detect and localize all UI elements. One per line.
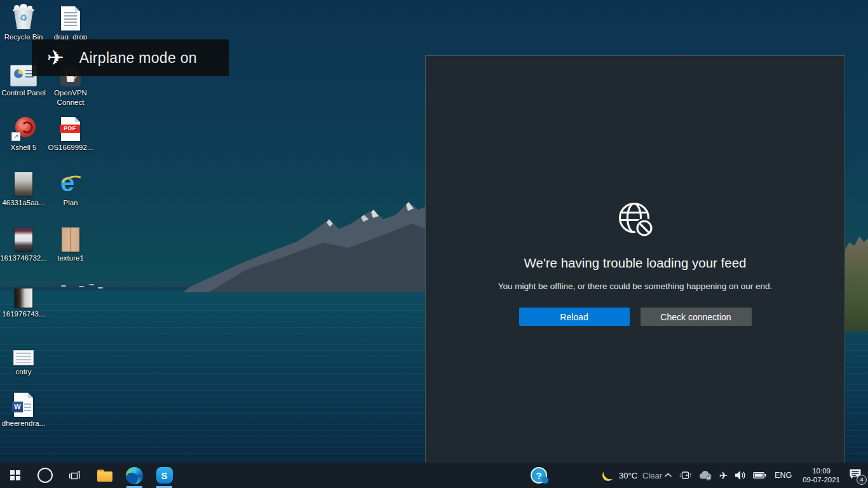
start-button[interactable]	[0, 463, 30, 488]
desktop-icon-drag-drop[interactable]: drag_drop	[47, 3, 94, 42]
language-indicator[interactable]: ENG	[773, 471, 794, 480]
battery-icon	[753, 471, 766, 479]
airplane-icon: ✈	[719, 470, 728, 482]
action-center-button[interactable]: 4	[849, 468, 864, 482]
notification-count-badge: 4	[857, 475, 867, 485]
news-feed-panel: We're having trouble loading your feed Y…	[425, 55, 845, 488]
task-view-button[interactable]	[60, 463, 90, 488]
file-explorer-button[interactable]	[90, 463, 119, 488]
clock-time: 10:09	[803, 466, 840, 475]
wallpaper-right-hillside	[845, 236, 868, 332]
weather-condition: Clear	[642, 471, 662, 480]
desktop-icon-label: Xshell 5	[0, 143, 47, 152]
desktop-icon-label: cntry	[0, 367, 47, 377]
desktop-icon-xshell[interactable]: ↗ Xshell 5	[0, 113, 47, 152]
desktop-icon-image-161976743[interactable]: 161976743...	[0, 280, 47, 319]
edge-button[interactable]	[119, 463, 149, 488]
reload-button[interactable]: Reload	[519, 308, 630, 326]
windows-logo-icon	[10, 470, 20, 480]
airplane-mode-tray-button[interactable]: ✈	[719, 470, 728, 482]
spreadsheet-icon	[13, 350, 34, 365]
taskbar: S ? 30°C Clear	[0, 463, 868, 488]
cortana-circle-icon	[37, 468, 53, 483]
folder-icon	[97, 470, 112, 482]
desktop: ♻ Recycle Bin drag_drop Control Panel Op…	[0, 0, 868, 488]
weather-widget[interactable]: 30°C Clear	[602, 463, 662, 488]
desktop-icon-pdf-file[interactable]: PDF OS1669992...	[47, 113, 94, 152]
airplane-icon: ✈	[47, 46, 64, 70]
wallpaper-wave-marks	[61, 285, 66, 287]
desktop-icon-image-46331a5aa[interactable]: 46331a5aa...	[0, 168, 47, 208]
clock-date: 09-07-2021	[803, 475, 840, 484]
task-view-icon	[69, 471, 81, 480]
chevron-up-icon	[664, 473, 672, 478]
system-tray: ✈ ENG 10:09 09-07-2021	[664, 463, 864, 488]
internet-explorer-icon: e	[58, 171, 83, 196]
desktop-icon-texture1[interactable]: texture1	[47, 224, 94, 263]
recycle-bin-icon: ♻	[11, 4, 36, 30]
wallpaper-mountains	[170, 198, 426, 295]
xshell-icon: ↗	[11, 117, 36, 141]
word-file-icon: W	[14, 393, 33, 417]
screen-rotation-icon	[679, 470, 692, 480]
airplane-mode-banner: ✈ Airplane mode on	[32, 39, 229, 76]
image-thumbnail-icon	[15, 227, 32, 252]
desktop-icon-label: Control Panel	[0, 88, 47, 98]
feed-error-title: We're having trouble loading your feed	[524, 255, 747, 271]
desktop-icon-label: 1613746732...	[0, 254, 47, 263]
desktop-icon-cntry[interactable]: cntry	[0, 337, 47, 377]
globe-offline-icon	[614, 200, 656, 241]
get-help-button[interactable]: ?	[531, 467, 547, 484]
shortcut-arrow-icon: ↗	[11, 132, 20, 141]
image-thumbnail-icon	[15, 172, 32, 196]
tray-expand-button[interactable]	[664, 473, 672, 478]
skype-icon: S	[156, 467, 173, 484]
check-connection-button[interactable]: Check connection	[641, 308, 752, 326]
clock[interactable]: 10:09 09-07-2021	[800, 466, 843, 485]
onedrive-tray-button[interactable]	[698, 470, 713, 481]
pdf-file-icon: PDF	[61, 117, 80, 141]
feed-error-subtitle: You might be offline, or there could be …	[498, 281, 773, 291]
desktop-icon-plan[interactable]: e Plan	[47, 168, 94, 208]
desktop-icon-image-1613746732[interactable]: 1613746732...	[0, 224, 47, 263]
screen-rotation-tray-button[interactable]	[679, 470, 692, 480]
desktop-icon-label: dheerendra...	[0, 419, 47, 428]
image-thumbnail-icon	[15, 288, 32, 308]
cloud-paused-icon	[698, 470, 713, 481]
desktop-icon-label: 46331a5aa...	[0, 198, 47, 208]
desktop-icon-recycle-bin[interactable]: ♻ Recycle Bin	[0, 3, 47, 42]
volume-tray-button[interactable]	[734, 470, 747, 480]
battery-tray-button[interactable]	[753, 471, 766, 479]
image-thumbnail-icon	[62, 227, 79, 252]
weather-temperature: 30°C	[619, 471, 637, 480]
desktop-icon-label: Plan	[47, 198, 94, 208]
cortana-search-button[interactable]	[30, 463, 60, 488]
desktop-icon-label: OS1669992...	[47, 143, 94, 152]
desktop-icon-dheerendra[interactable]: W dheerendra...	[0, 389, 47, 428]
skype-button[interactable]: S	[149, 463, 179, 488]
desktop-icon-label: 161976743...	[0, 309, 47, 319]
speaker-icon	[734, 470, 747, 480]
text-file-icon	[61, 6, 80, 30]
desktop-icon-label: texture1	[47, 254, 94, 263]
moon-icon	[602, 470, 614, 481]
edge-icon	[126, 467, 143, 484]
desktop-icon-label: OpenVPN Connect	[47, 88, 94, 107]
airplane-mode-banner-label: Airplane mode on	[79, 50, 197, 67]
help-badge-dot	[541, 477, 548, 484]
